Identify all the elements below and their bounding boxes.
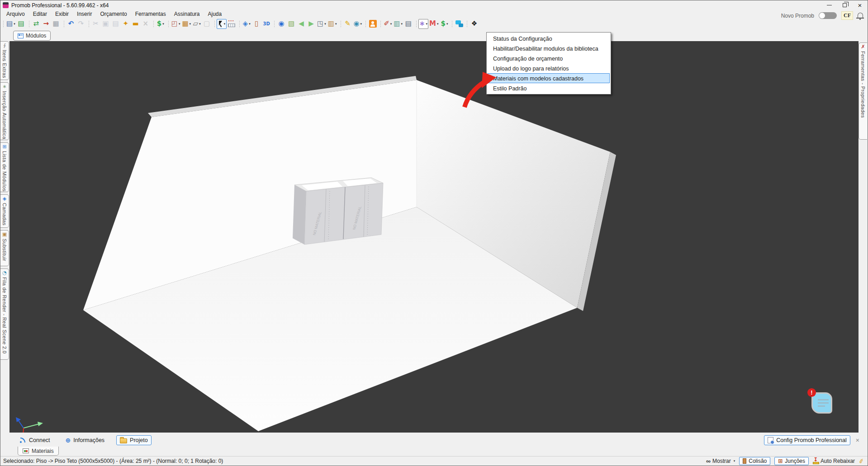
- viewport-3d[interactable]: NO MATERIAL NO MATERIAL !: [9, 41, 859, 433]
- tab-config-promob-professional[interactable]: Config Promob Professional: [764, 435, 850, 445]
- undo-button[interactable]: ↶: [66, 19, 76, 29]
- dropdown-caret-icon[interactable]: ▾: [179, 22, 180, 26]
- sidebar-item-ferramentas-propriedades[interactable]: ✗ Ferramentas - Propriedades: [859, 42, 867, 140]
- menu-item-habilitar-desabilitar-modulos[interactable]: Habilitar/Desabilitar modulos da bibliot…: [488, 43, 610, 53]
- view-3d-icon: 3D: [263, 22, 270, 26]
- sidebar-item-insercao-automatica[interactable]: ∗ Inserção Automática: [0, 82, 9, 140]
- sidebar-item-substituir[interactable]: ▣ Substituir: [0, 230, 9, 266]
- title-bar[interactable]: Promob Professional - 5.60.99.462 - x64 …: [0, 0, 868, 10]
- scene-canvas[interactable]: NO MATERIAL NO MATERIAL: [9, 41, 859, 433]
- toolbar-group: [450, 19, 465, 29]
- menu-editar[interactable]: Editar: [29, 10, 51, 18]
- menu-ferramentas[interactable]: Ferramentas: [131, 10, 170, 18]
- snapshot-camera-button[interactable]: ◉▾: [353, 19, 363, 29]
- layers-view-button[interactable]: ◈▾: [242, 19, 251, 29]
- promob-connect-grid-button[interactable]: ❖: [469, 19, 479, 29]
- menu-item-estilo-padrao[interactable]: Estilo Padrão: [488, 83, 610, 93]
- view-3d-button[interactable]: 3D: [261, 19, 271, 29]
- menu-assinatura[interactable]: Assinatura: [170, 10, 204, 18]
- dropdown-caret-icon[interactable]: ▾: [324, 22, 326, 26]
- isometric-cube-icon: ▧: [288, 20, 294, 27]
- panel-layout-button[interactable]: ▥▾: [393, 19, 403, 29]
- render-note[interactable]: !: [811, 392, 832, 414]
- juncoes-toggle-button[interactable]: ⊞ Junções: [774, 457, 809, 465]
- apply-material-button[interactable]: ✦: [121, 19, 131, 29]
- paint-roller-button[interactable]: ▬: [131, 19, 141, 29]
- price-dollar-button[interactable]: $▾: [439, 19, 449, 29]
- dropdown-caret-icon[interactable]: ▾: [401, 22, 403, 26]
- export-icon: →: [43, 20, 49, 27]
- close-button[interactable]: ×: [852, 0, 868, 10]
- export-button[interactable]: →: [41, 19, 51, 29]
- draw-shape-button[interactable]: ▱▾: [192, 19, 202, 29]
- budget-dollar-button[interactable]: $▾: [156, 19, 166, 29]
- account-badge[interactable]: CF: [841, 11, 853, 20]
- m-catalog-button[interactable]: M▾: [428, 19, 439, 29]
- menu-item-materiais-com-modelos[interactable]: Materiais com modelos cadastrados: [488, 73, 610, 83]
- environment-button[interactable]: ◰▾: [171, 19, 181, 29]
- sidebar-item-camadas[interactable]: ◈ Camadas: [0, 194, 9, 228]
- menu-item-upload-do-logo[interactable]: Upload do logo para relatórios: [488, 63, 610, 73]
- novo-promob-toggle[interactable]: [819, 12, 837, 19]
- menu-inserir[interactable]: Inserir: [73, 10, 96, 18]
- tab-connect[interactable]: Connect: [16, 435, 54, 445]
- eye-view-button[interactable]: ◉: [276, 19, 286, 29]
- wand-icon[interactable]: ✐: [858, 457, 864, 465]
- lighting-button[interactable]: ✎: [343, 19, 353, 29]
- config-button[interactable]: ∗▾: [418, 19, 428, 29]
- save-export-button[interactable]: ▤: [16, 19, 26, 29]
- dropdown-caret-icon[interactable]: ▾: [162, 22, 164, 26]
- user-account-button[interactable]: [368, 19, 378, 29]
- tab-informacoes[interactable]: ⊕ Informações: [62, 435, 109, 445]
- render-queue-icon: ◔: [2, 270, 7, 275]
- nav-next-button[interactable]: ▶: [306, 19, 316, 29]
- draw-shape-icon: ▱: [193, 20, 199, 27]
- build-walls-button[interactable]: ▦▾: [181, 19, 192, 29]
- mostrar-dropdown[interactable]: ∞ Mostrar ▾: [706, 457, 735, 465]
- sidebar-item-fila-de-render[interactable]: ◔ Fila de Render - Real Scene 2.0: [0, 268, 9, 360]
- promob-tools-icon: ✐: [384, 20, 389, 27]
- tab-projeto[interactable]: Projeto: [116, 435, 152, 445]
- render-crate-button[interactable]: ▥▾: [327, 19, 338, 29]
- dropdown-caret-icon[interactable]: ▾: [426, 22, 428, 26]
- colisao-toggle-button[interactable]: Colisão: [739, 457, 770, 465]
- dropdown-caret-icon[interactable]: ▾: [224, 22, 226, 26]
- dropdown-caret-icon[interactable]: ▾: [335, 22, 337, 26]
- import-button[interactable]: ⇄: [31, 19, 41, 29]
- menu-exibir[interactable]: Exibir: [51, 10, 73, 18]
- sidebar-item-itens-extras[interactable]: ∮ Itens Extras: [0, 41, 9, 80]
- dropdown-caret-icon[interactable]: ▾: [446, 22, 448, 26]
- menu-orcamento[interactable]: Orçamento: [96, 10, 131, 18]
- dropdown-caret-icon[interactable]: ▾: [14, 22, 15, 26]
- measure-button[interactable]: [227, 19, 237, 29]
- print-button[interactable]: ▦: [51, 19, 61, 29]
- restore-button[interactable]: [837, 0, 852, 10]
- save-button[interactable]: ▤▾: [5, 19, 16, 29]
- dropdown-caret-icon[interactable]: ▾: [437, 22, 439, 26]
- door-dimension-button[interactable]: ▯: [251, 19, 261, 29]
- minimize-button[interactable]: [821, 0, 837, 10]
- isometric-cube-button[interactable]: ▧: [286, 19, 296, 29]
- dropdown-caret-icon[interactable]: ▾: [360, 22, 362, 26]
- menu-arquivo[interactable]: Arquivo: [2, 10, 29, 18]
- close-panel-icon[interactable]: ×: [854, 437, 861, 444]
- dropdown-caret-icon[interactable]: ▾: [199, 22, 201, 26]
- report-page-button[interactable]: ▤: [403, 19, 413, 29]
- cabinet-module[interactable]: NO MATERIAL NO MATERIAL: [293, 178, 383, 245]
- dropdown-caret-icon[interactable]: ▾: [249, 22, 251, 26]
- menu-ajuda[interactable]: Ajuda: [204, 10, 226, 18]
- menu-item-status-da-configuracao[interactable]: Status da Configuração: [488, 33, 610, 43]
- notifications-bell-icon[interactable]: [858, 13, 863, 18]
- auto-rebaixar-button[interactable]: Auto Rebaixar: [813, 458, 855, 464]
- tab-materiais[interactable]: Materiais: [18, 447, 59, 456]
- select-cursor-button[interactable]: ▾: [217, 19, 227, 29]
- sidebar-item-lista-de-modulos[interactable]: ⊞ Lista de Módulos: [0, 142, 9, 192]
- promob-tools-button[interactable]: ✐▾: [383, 19, 393, 29]
- dropdown-caret-icon[interactable]: ▾: [390, 22, 392, 26]
- perspective-box-button[interactable]: ◳▾: [316, 19, 327, 29]
- menu-item-configuracao-de-orcamento[interactable]: Configuração de orçamento: [488, 53, 610, 63]
- tab-modulos[interactable]: Módulos: [13, 31, 51, 41]
- dropdown-caret-icon[interactable]: ▾: [190, 22, 191, 26]
- chat-messages-button[interactable]: [454, 19, 464, 29]
- nav-prev-button[interactable]: ◀: [296, 19, 306, 29]
